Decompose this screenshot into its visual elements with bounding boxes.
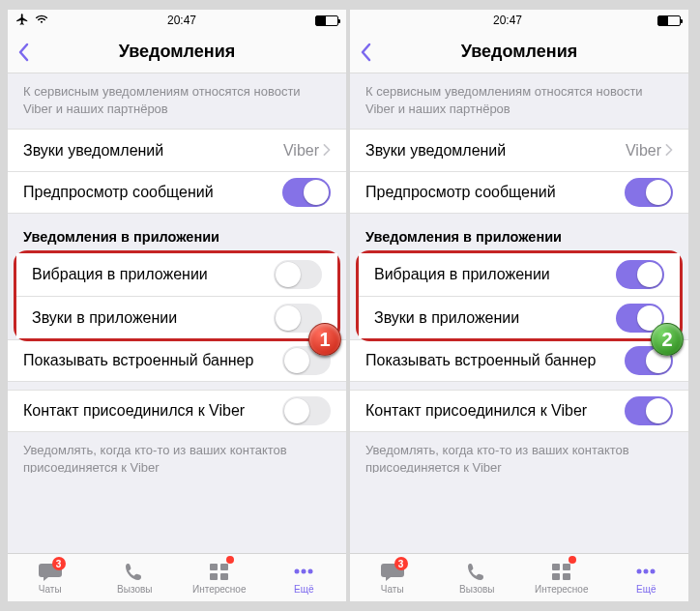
wifi-icon <box>35 14 48 27</box>
clock: 20:47 <box>167 14 196 27</box>
row-label: Звуки уведомлений <box>365 142 618 160</box>
svg-rect-3 <box>220 573 228 580</box>
tab-bar: 3 Чаты Вызовы Интересное Ещё <box>8 553 346 601</box>
screenshot-right: 20:47 Уведомления К сервисным уведомлени… <box>350 10 688 601</box>
step-badge-1: 1 <box>308 323 341 356</box>
tab-bar: 3 Чаты Вызовы Интересное Ещё <box>350 553 688 601</box>
svg-rect-1 <box>220 564 228 570</box>
tab-label: Интересное <box>192 584 247 595</box>
row-in-app-sounds[interactable]: Звуки в приложении <box>16 296 337 338</box>
tab-interesting[interactable]: Интересное <box>519 554 604 601</box>
page-title: Уведомления <box>119 42 236 62</box>
row-label: Вибрация в приложении <box>32 266 274 283</box>
tab-label: Вызовы <box>117 584 152 595</box>
back-button[interactable] <box>358 42 373 63</box>
row-label: Контакт присоединился к Viber <box>365 402 625 420</box>
tab-more[interactable]: Ещё <box>262 554 347 601</box>
tab-label: Ещё <box>636 584 656 595</box>
tab-label: Ещё <box>294 584 313 595</box>
tab-calls[interactable]: Вызовы <box>93 554 178 601</box>
row-label: Вибрация в приложении <box>374 266 616 283</box>
toggle-in-app-vibration[interactable] <box>616 260 664 289</box>
chevron-right-icon <box>323 142 331 160</box>
nav-header: Уведомления <box>350 31 688 73</box>
clock: 20:47 <box>493 14 522 27</box>
row-label: Звуки в приложении <box>374 309 616 327</box>
tab-interesting[interactable]: Интересное <box>177 554 262 601</box>
status-bar: 20:47 <box>350 10 688 31</box>
row-message-preview[interactable]: Предпросмотр сообщений <box>350 171 688 214</box>
row-value: Viber <box>626 142 661 160</box>
svg-rect-0 <box>210 564 218 570</box>
nav-header: Уведомления <box>8 31 346 73</box>
chevron-right-icon <box>665 142 673 160</box>
row-contact-joined[interactable]: Контакт присоединился к Viber <box>350 390 688 432</box>
row-label: Звуки в приложении <box>32 309 274 327</box>
battery-icon <box>315 15 338 26</box>
service-note: К сервисным уведомлениям относятся новос… <box>350 73 688 129</box>
row-notification-sounds[interactable]: Звуки уведомлений Viber <box>350 129 688 171</box>
row-contact-joined[interactable]: Контакт присоединился к Viber <box>8 390 346 432</box>
tab-more[interactable]: Ещё <box>604 554 689 601</box>
toggle-message-preview[interactable] <box>625 178 673 207</box>
toggle-contact-joined[interactable] <box>625 396 673 425</box>
svg-rect-8 <box>563 564 570 570</box>
toggle-contact-joined[interactable] <box>282 396 331 425</box>
svg-rect-9 <box>552 573 560 580</box>
row-label: Звуки уведомлений <box>23 142 276 160</box>
svg-point-13 <box>651 569 656 574</box>
svg-point-5 <box>302 569 306 574</box>
highlight-box-right: Вибрация в приложении Звуки в приложении… <box>356 250 683 341</box>
interesting-badge-dot <box>569 556 576 564</box>
row-label: Предпросмотр сообщений <box>365 184 625 201</box>
chat-badge: 3 <box>394 557 408 570</box>
contact-joined-note: Уведомлять, когда кто-то из ваших контак… <box>8 432 346 473</box>
highlight-box-left: Вибрация в приложении Звуки в приложении… <box>14 250 340 341</box>
service-note: К сервисным уведомлениям относятся новос… <box>8 73 346 129</box>
svg-rect-10 <box>563 573 570 580</box>
tab-label: Чаты <box>381 584 404 595</box>
chat-badge: 3 <box>52 557 66 570</box>
row-label: Показывать встроенный баннер <box>365 352 625 369</box>
row-builtin-banner[interactable]: Показывать встроенный баннер <box>8 339 346 382</box>
back-button[interactable] <box>15 42 31 63</box>
row-in-app-vibration[interactable]: Вибрация в приложении <box>16 253 337 296</box>
step-badge-2: 2 <box>651 323 684 356</box>
row-in-app-vibration[interactable]: Вибрация в приложении <box>359 253 680 296</box>
tab-chats[interactable]: 3 Чаты <box>8 554 93 601</box>
tab-label: Интересное <box>535 584 589 595</box>
svg-point-6 <box>308 569 313 574</box>
battery-icon <box>657 15 681 26</box>
row-notification-sounds[interactable]: Звуки уведомлений Viber <box>8 129 346 171</box>
svg-rect-7 <box>552 564 560 570</box>
tab-label: Чаты <box>39 584 62 595</box>
row-label: Показывать встроенный баннер <box>23 352 282 369</box>
svg-point-11 <box>637 569 642 574</box>
svg-point-12 <box>644 569 649 574</box>
interesting-badge-dot <box>226 556 234 564</box>
tab-chats[interactable]: 3 Чаты <box>350 554 435 601</box>
section-in-app-notifications: Уведомления в приложении <box>350 214 688 252</box>
row-message-preview[interactable]: Предпросмотр сообщений <box>8 171 346 214</box>
status-bar: 20:47 <box>8 10 346 31</box>
toggle-message-preview[interactable] <box>282 178 331 207</box>
contact-joined-note: Уведомлять, когда кто-то из ваших контак… <box>350 432 688 473</box>
row-value: Viber <box>283 142 319 160</box>
screenshot-left: 20:47 Уведомления К сервисным уведомлени… <box>8 10 346 601</box>
tab-label: Вызовы <box>459 584 494 595</box>
page-title: Уведомления <box>461 42 578 62</box>
toggle-in-app-vibration[interactable] <box>274 260 322 289</box>
row-in-app-sounds[interactable]: Звуки в приложении <box>359 296 680 338</box>
row-label: Предпросмотр сообщений <box>23 184 282 201</box>
tab-calls[interactable]: Вызовы <box>435 554 520 601</box>
svg-rect-2 <box>210 573 218 580</box>
row-builtin-banner[interactable]: Показывать встроенный баннер <box>350 339 688 382</box>
section-in-app-notifications: Уведомления в приложении <box>8 214 346 252</box>
row-label: Контакт присоединился к Viber <box>23 402 282 420</box>
airplane-icon <box>15 13 29 29</box>
svg-point-4 <box>295 569 300 574</box>
